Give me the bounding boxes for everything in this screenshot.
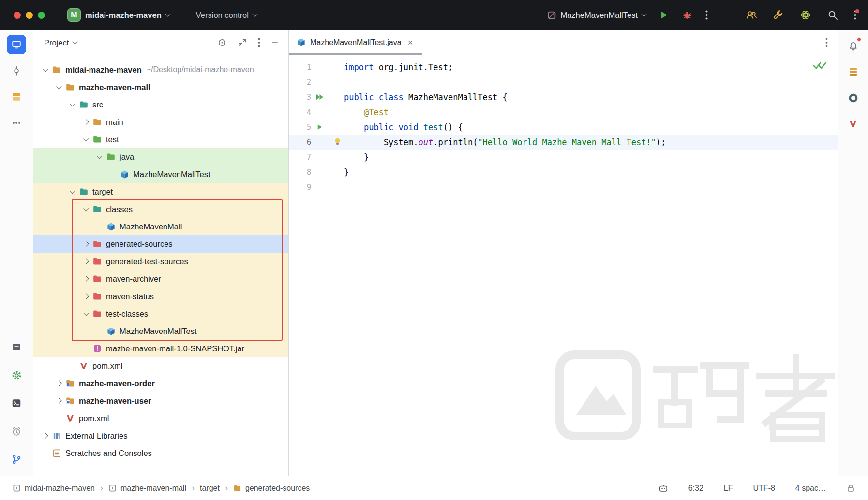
tree-item-java[interactable]: java — [33, 148, 288, 166]
run-class-icon[interactable] — [311, 93, 328, 101]
tree-item-main[interactable]: main — [33, 113, 288, 131]
dependencies-tool-button[interactable] — [843, 88, 863, 107]
tree-item-midai-mazhe-maven[interactable]: midai-mazhe-maven~/Desktop/midai-mazhe-m… — [33, 61, 288, 78]
atom-icon[interactable] — [800, 9, 811, 21]
code-line-7[interactable]: 7 } — [289, 150, 838, 165]
tree-item-mazhe-maven-order[interactable]: mazhe-maven-order — [33, 375, 288, 392]
tree-item-target[interactable]: target — [33, 183, 288, 200]
chevron-down-icon[interactable] — [82, 205, 90, 213]
tree-item-pom-xml[interactable]: pom.xml — [33, 409, 288, 427]
database-tool-button[interactable] — [843, 62, 863, 81]
code-line-1[interactable]: 1import org.junit.Test; — [289, 60, 838, 75]
lock-icon[interactable] — [846, 484, 855, 493]
chevron-down-icon[interactable] — [95, 152, 104, 161]
breadcrumb-target[interactable]: target — [200, 484, 220, 493]
version-control-menu[interactable]: Version control — [196, 11, 257, 20]
code-line-5[interactable]: 5 public void test() { — [289, 120, 838, 135]
services-tool-button[interactable] — [7, 337, 26, 357]
tree-item-test[interactable]: test — [33, 131, 288, 148]
chevron-right-icon[interactable] — [82, 257, 90, 266]
run-test-icon[interactable] — [311, 123, 328, 131]
run-configuration-selector[interactable]: MazheMavenMallTest — [548, 11, 646, 20]
tree-item-mazhe-maven-mall[interactable]: mazhe-maven-mall — [33, 78, 288, 96]
main-menu-kebab-icon[interactable] — [854, 10, 856, 20]
tree-item-mazhemavenmalltest[interactable]: MazheMavenMallTest — [33, 166, 288, 183]
terminal-tool-button[interactable] — [7, 394, 26, 413]
chevron-right-icon[interactable] — [82, 118, 90, 126]
code-line-2[interactable]: 2 — [289, 75, 838, 90]
select-opened-file-icon[interactable] — [217, 38, 227, 47]
line-separator-widget[interactable]: LF — [724, 484, 733, 493]
chevron-down-icon[interactable] — [68, 100, 77, 109]
code-line-9[interactable]: 9 — [289, 180, 838, 195]
wrench-icon[interactable] — [773, 9, 784, 21]
tree-item-mazhemavenmall[interactable]: MazheMavenMall — [33, 218, 288, 235]
chevron-down-icon[interactable] — [82, 309, 90, 318]
code-line-4[interactable]: 4 @Test — [289, 105, 838, 120]
tree-item-mazhe-maven-mall-1-0-snapshot-jar[interactable]: mazhe-maven-mall-1.0-SNAPSHOT.jar — [33, 340, 288, 357]
commit-tool-button[interactable] — [7, 61, 26, 80]
tree-item-scratches-and-consoles[interactable]: Scratches and Consoles — [33, 444, 288, 462]
tree-item-generated-test-sources[interactable]: generated-test-sources — [33, 253, 288, 270]
maven-tool-button[interactable] — [843, 114, 863, 134]
ai-assistant-icon[interactable] — [658, 484, 668, 493]
indent-widget[interactable]: 4 spac… — [795, 484, 826, 493]
editor-tab[interactable]: MazheMavenMallTest.java × — [289, 30, 422, 55]
tree-item-maven-archiver[interactable]: maven-archiver — [33, 270, 288, 288]
editor-options-icon[interactable] — [825, 38, 828, 47]
code-line-8[interactable]: 8} — [289, 165, 838, 180]
tree-item-external-libraries[interactable]: External Libraries — [33, 427, 288, 444]
breadcrumb-mazhe-maven-mall[interactable]: mazhe-maven-mall — [108, 484, 186, 493]
chevron-right-icon[interactable] — [41, 431, 50, 440]
more-tools-tool-button[interactable] — [7, 113, 26, 133]
chevron-down-icon[interactable] — [68, 187, 77, 196]
settings-tool-button[interactable] — [7, 365, 26, 385]
hide-panel-icon[interactable] — [271, 39, 279, 46]
chevron-right-icon[interactable] — [82, 292, 90, 301]
tree-item-pom-xml[interactable]: pom.xml — [33, 357, 288, 375]
users-icon[interactable] — [746, 9, 757, 21]
more-run-actions-icon[interactable] — [705, 10, 708, 20]
chevron-right-icon[interactable] — [82, 240, 90, 248]
inspections-passed-icon[interactable] — [812, 61, 827, 72]
code-area[interactable]: 1import org.junit.Test;23public class Ma… — [289, 55, 838, 476]
tree-item-mazhemavenmalltest[interactable]: MazheMavenMallTest — [33, 322, 288, 340]
intention-bulb-icon[interactable] — [333, 137, 342, 147]
problems-tool-button[interactable] — [7, 422, 26, 441]
close-window-button[interactable] — [14, 12, 21, 19]
tree-item-test-classes[interactable]: test-classes — [33, 305, 288, 322]
version-control-tool-button[interactable] — [7, 450, 26, 469]
minimize-window-button[interactable] — [26, 12, 33, 19]
close-tab-icon[interactable]: × — [408, 38, 413, 47]
panel-title[interactable]: Project — [44, 38, 69, 47]
chevron-right-icon[interactable] — [55, 396, 63, 405]
expand-all-icon[interactable] — [238, 38, 247, 47]
notifications-tool-button[interactable] — [843, 36, 863, 55]
breadcrumb-generated-sources[interactable]: generated-sources — [233, 484, 310, 493]
search-icon[interactable] — [827, 9, 838, 21]
tree-item-src[interactable]: src — [33, 96, 288, 113]
run-button[interactable] — [658, 10, 669, 20]
breadcrumb-midai-mazhe-maven[interactable]: midai-mazhe-maven — [13, 484, 95, 493]
chevron-down-icon[interactable] — [82, 135, 90, 144]
chevron-right-icon[interactable] — [55, 379, 63, 388]
chevron-down-icon[interactable] — [41, 65, 50, 74]
code-line-6[interactable]: 6 System.out.println("Hello World Mazhe … — [289, 135, 838, 150]
project-selector[interactable]: M midai-mazhe-maven — [67, 8, 170, 22]
structure-tool-button[interactable] — [7, 87, 26, 106]
code-line-3[interactable]: 3public class MazheMavenMallTest { — [289, 90, 838, 105]
tree-item-classes[interactable]: classes — [33, 200, 288, 218]
tree-item-maven-status[interactable]: maven-status — [33, 288, 288, 305]
debug-button[interactable] — [682, 10, 693, 21]
encoding-widget[interactable]: UTF-8 — [753, 484, 775, 493]
caret-position-widget[interactable]: 6:32 — [688, 484, 703, 493]
chevron-right-icon[interactable] — [82, 274, 90, 283]
tree-item-generated-sources[interactable]: generated-sources — [33, 235, 288, 253]
zoom-window-button[interactable] — [38, 12, 45, 19]
breadcrumb-label: generated-sources — [245, 484, 310, 493]
panel-options-icon[interactable] — [258, 38, 260, 47]
chevron-down-icon[interactable] — [55, 83, 63, 91]
project-tool-button[interactable] — [7, 35, 26, 54]
chevron-down-icon[interactable] — [73, 39, 78, 44]
tree-item-mazhe-maven-user[interactable]: mazhe-maven-user — [33, 392, 288, 409]
